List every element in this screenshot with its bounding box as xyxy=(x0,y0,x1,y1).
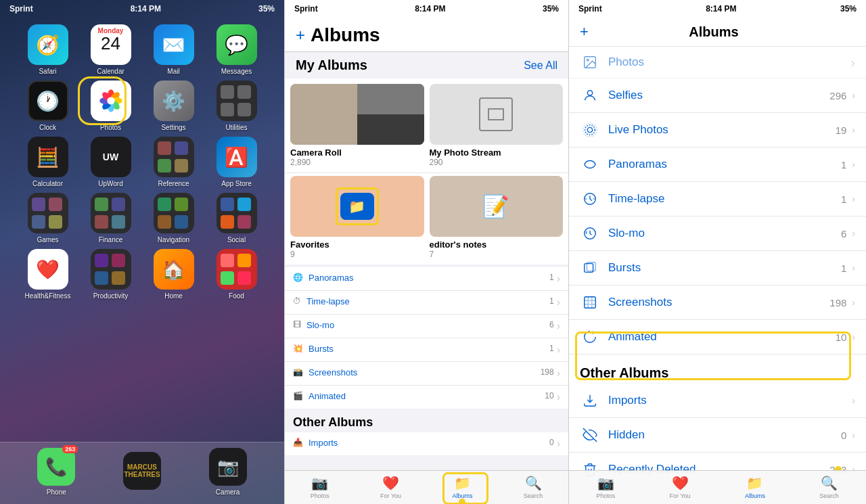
timelapse-item[interactable]: ⏱ Time-lapse 1 › xyxy=(285,291,568,315)
detail-header: + Albums xyxy=(569,18,866,47)
screenshots-item[interactable]: 📸 Screenshots 198 › xyxy=(285,362,568,386)
movies-dock-icon: MARCUSTHEATRES xyxy=(123,452,161,490)
productivity-folder[interactable]: Productivity xyxy=(82,249,139,300)
favorites-album[interactable]: 📁 Favorites 9 xyxy=(290,176,424,262)
tab-search[interactable]: 🔍 Search xyxy=(524,475,543,499)
slomo-detail-item[interactable]: Slo-mo 6 › xyxy=(569,216,866,251)
messages-app[interactable]: 💬 Messages xyxy=(208,24,265,75)
slomo-detail-name: Slo-mo xyxy=(608,227,841,240)
settings-app[interactable]: ⚙️ Settings xyxy=(145,81,202,131)
panoramas-detail-chevron: › xyxy=(852,159,855,170)
albums-tab-dot xyxy=(459,499,465,504)
timelapse-count: 1 xyxy=(549,296,554,308)
camera-dock-item[interactable]: 📷 Camera xyxy=(209,448,247,496)
detail-tab-photos[interactable]: 📷 Photos xyxy=(596,475,615,499)
detail-tab-albums[interactable]: 📁 Albums xyxy=(745,475,765,499)
photos-app[interactable]: Photos xyxy=(82,81,139,131)
panoramas-detail-item[interactable]: Panoramas 1 › xyxy=(569,147,866,182)
screenshots-detail-item[interactable]: Screenshots 198 › xyxy=(569,285,866,320)
safari-app[interactable]: 🧭 Safari xyxy=(19,24,76,75)
panoramas-detail-name: Panoramas xyxy=(608,158,841,171)
health-label: Health&Fitness xyxy=(25,292,71,300)
photo-stream-album[interactable]: My Photo Stream 290 xyxy=(430,84,564,170)
panoramas-item[interactable]: 🌐 Panoramas 1 › xyxy=(285,267,568,291)
animated-item[interactable]: 🎬 Animated 10 › xyxy=(285,386,568,409)
imports-chevron: › xyxy=(557,438,560,450)
phone-badge: 263 xyxy=(62,445,78,453)
detail-tab-search[interactable]: 🔍 Search xyxy=(819,475,839,499)
reference-label: Reference xyxy=(158,180,189,187)
animated-detail-item[interactable]: Animated 10 › xyxy=(569,320,866,354)
tab-bar: 📷 Photos ❤️ For You 📁 Albums 🔍 Search xyxy=(285,470,568,504)
panoramas-chevron: › xyxy=(557,273,560,285)
editors-notes-album[interactable]: 📝 editor's notes 7 xyxy=(430,176,564,262)
detail-albums-tab-label: Albums xyxy=(745,492,765,499)
see-all-button[interactable]: See All xyxy=(524,60,557,72)
bursts-label: Bursts xyxy=(309,344,549,356)
mail-app[interactable]: ✉️ Mail xyxy=(145,24,202,75)
navigation-folder[interactable]: Navigation xyxy=(145,193,202,244)
home-icon: 🏠 xyxy=(154,249,194,290)
detail-tab-for-you[interactable]: ❤️ For You xyxy=(670,475,691,499)
messages-icon: 💬 xyxy=(216,24,257,65)
detail-carrier: Sprint xyxy=(578,4,602,14)
tab-for-you[interactable]: ❤️ For You xyxy=(380,475,401,499)
calculator-app[interactable]: 🧮 Calculator xyxy=(19,137,76,187)
scrolled-photos-row[interactable]: Photos › xyxy=(569,47,866,78)
timelapse-detail-item[interactable]: Time-lapse 1 › xyxy=(569,182,866,216)
finance-folder[interactable]: Finance xyxy=(82,193,139,244)
albums-carrier: Sprint xyxy=(294,4,318,14)
panoramas-label: Panoramas xyxy=(309,273,549,285)
phone-dock-item[interactable]: 📞 263 Phone xyxy=(37,448,75,496)
home-app[interactable]: 🏠 Home xyxy=(145,249,202,300)
time-label: 8:14 PM xyxy=(131,4,161,14)
appstore-app[interactable]: 🅰️ App Store xyxy=(208,137,265,187)
my-albums-label: My Albums xyxy=(296,58,367,73)
live-photos-item[interactable]: Live Photos 19 › xyxy=(569,113,866,147)
for-you-tab-label: For You xyxy=(380,492,401,499)
detail-tab-bar: 📷 Photos ❤️ For You 📁 Albums 🔍 Search xyxy=(569,470,866,504)
albums-time: 8:14 PM xyxy=(415,4,445,14)
detail-add-button[interactable]: + xyxy=(580,23,589,41)
health-app[interactable]: ❤️ Health&Fitness xyxy=(19,249,76,300)
albums-add-button[interactable]: + xyxy=(296,26,305,45)
camera-roll-album[interactable]: Camera Roll 2,890 xyxy=(290,84,424,170)
movies-dock-item[interactable]: MARCUSTHEATRES xyxy=(123,452,161,492)
detail-search-tab-icon: 🔍 xyxy=(821,475,838,491)
bursts-detail-item[interactable]: Bursts 1 › xyxy=(569,251,866,285)
clock-app[interactable]: 🕐 Clock xyxy=(19,81,76,131)
timelapse-detail-count: 1 xyxy=(841,193,846,205)
social-folder[interactable]: Social xyxy=(208,193,265,244)
bursts-item[interactable]: 💥 Bursts 1 › xyxy=(285,338,568,362)
imports-detail-item[interactable]: Imports › xyxy=(569,384,866,418)
scrolled-item-name: Photos xyxy=(608,55,850,69)
detail-battery: 35% xyxy=(840,4,857,14)
reference-folder[interactable]: Reference xyxy=(145,137,202,187)
search-tab-icon: 🔍 xyxy=(525,475,542,491)
camera-dock-icon: 📷 xyxy=(209,448,247,486)
albums-battery: 35% xyxy=(543,4,559,14)
utilities-folder[interactable]: Utilities xyxy=(208,81,265,131)
slomo-label: Slo-mo xyxy=(306,320,549,332)
tab-albums[interactable]: 📁 Albums xyxy=(452,475,472,499)
status-bar: Sprint 8:14 PM 35% xyxy=(0,0,284,18)
phone-dock-label: Phone xyxy=(47,488,66,496)
imports-detail-chevron: › xyxy=(852,395,855,406)
selfies-chevron: › xyxy=(852,90,855,101)
upword-label: UpWord xyxy=(98,180,123,187)
photos-tab-label: Photos xyxy=(311,492,329,499)
selfies-item[interactable]: Selfies 296 › xyxy=(569,78,866,113)
calendar-app[interactable]: Monday 24 Calendar xyxy=(82,24,139,75)
games-label: Games xyxy=(37,236,58,244)
tab-photos[interactable]: 📷 Photos xyxy=(311,475,329,499)
slomo-item[interactable]: 🎞 Slo-mo 6 › xyxy=(285,315,568,338)
food-folder[interactable]: Food xyxy=(208,249,265,300)
timelapse-chevron: › xyxy=(557,296,560,308)
safari-icon: 🧭 xyxy=(28,24,68,65)
games-folder[interactable]: Games xyxy=(19,193,76,244)
hidden-item[interactable]: Hidden 0 › xyxy=(569,418,866,453)
mail-label: Mail xyxy=(167,68,179,75)
utilities-label: Utilities xyxy=(225,124,247,131)
imports-item[interactable]: 📥 Imports 0 › xyxy=(285,432,568,455)
upword-app[interactable]: UW UpWord xyxy=(82,137,139,187)
